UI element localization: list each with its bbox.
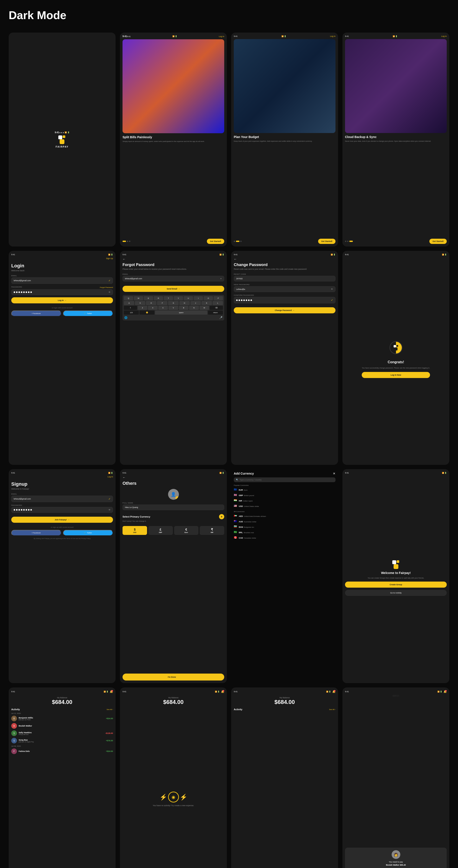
send-email-btn[interactable]: Send Email → <box>123 286 224 292</box>
all-currencies-title: All Currencies <box>234 510 335 513</box>
see-all-h1[interactable]: See All › <box>106 709 113 710</box>
done-btn[interactable]: I'm Done ✓ <box>123 674 224 681</box>
kb-z[interactable]: Z <box>138 306 148 310</box>
su-email-input[interactable]: lehieud@gmail.com ✓ <box>11 496 113 502</box>
login-link-ob3[interactable]: Log In <box>441 35 447 37</box>
kb-p[interactable]: P <box>214 296 223 300</box>
back-arrow-fp[interactable]: ← <box>123 257 224 261</box>
eye-icon-cp[interactable]: 👁 <box>331 288 333 290</box>
go-to-activity-btn[interactable]: Go to Activity <box>345 590 447 596</box>
kb-r[interactable]: R <box>154 296 163 300</box>
kb-backspace[interactable]: ⌫ <box>210 306 223 310</box>
su-password-input[interactable]: 👁 <box>11 507 113 513</box>
currency-search[interactable]: 🔍 Type a currency / country <box>234 477 335 482</box>
signup-link[interactable]: Sign Up <box>11 257 113 259</box>
kb-space[interactable]: space <box>155 311 207 315</box>
currency-item-all-aud[interactable]: 🇦🇺 AUD Australian dollar <box>234 519 335 523</box>
create-group-btn[interactable]: Create Group <box>345 582 447 588</box>
kb-w[interactable]: W <box>134 296 143 300</box>
kb-c[interactable]: C <box>158 306 168 310</box>
currency-item-popular-inr[interactable]: 🇮🇳 INR Indian rupee <box>234 498 335 502</box>
kb-j[interactable]: J <box>190 301 201 305</box>
su-facebook-btn[interactable]: f Facebook <box>11 530 61 536</box>
gbp-btn[interactable]: £ GBP <box>148 526 173 535</box>
full-name-input[interactable]: Hieu Le Quang <box>123 504 224 510</box>
kb-emoji[interactable]: 😊 <box>139 311 154 315</box>
eye-icon[interactable]: 👁 <box>108 291 110 293</box>
currency-item-all-brl[interactable]: 🇧🇷 BRL Brazilian real <box>234 530 335 534</box>
tx-name-2: Beulah Walker <box>19 725 111 727</box>
password-input[interactable]: 👁 <box>11 289 113 295</box>
kb-m[interactable]: M <box>199 306 209 310</box>
edit-badge[interactable]: ✏️ <box>175 496 179 500</box>
kb-e[interactable]: E <box>144 296 153 300</box>
mic-icon[interactable]: 🎤 <box>219 316 223 319</box>
facebook-btn[interactable]: f Facebook <box>11 311 61 316</box>
change-pw-btn[interactable]: Change Password → <box>234 307 335 313</box>
currency-item-popular-gbp[interactable]: 🇬🇧 GBP British pound <box>234 493 335 497</box>
back-arrow-cp[interactable]: ← <box>234 257 335 261</box>
twitter-btn[interactable]: 🐦 Twitter <box>63 311 113 316</box>
login-link-ob1[interactable]: Log In <box>219 35 224 37</box>
kb-h[interactable]: H <box>179 301 190 305</box>
kb-f[interactable]: F <box>157 301 167 305</box>
forgot-link[interactable]: Forgot Password <box>100 286 113 288</box>
flag-all-aed: 🇦🇪 <box>234 514 237 517</box>
su-twitter-btn[interactable]: 🐦 Twitter <box>63 530 113 536</box>
kb-q[interactable]: Q <box>124 296 133 300</box>
status-bar-splash: 9:41 ▲▲▲ 📶 🔋 <box>55 131 69 134</box>
kb-k[interactable]: K <box>201 301 212 305</box>
join-btn[interactable]: Join Fairpay! → <box>11 517 113 523</box>
currency-item-all-aed[interactable]: 🇦🇪 AED United Arab Emirates dirham <box>234 514 335 518</box>
kb-t[interactable]: T <box>164 296 173 300</box>
eye-icon-su[interactable]: 👁 <box>108 509 110 511</box>
status-icons-splash: ▲▲▲ 📶 🔋 <box>59 131 69 133</box>
get-started-btn-3[interactable]: Get Started! <box>429 239 447 244</box>
kb-l[interactable]: L <box>212 301 223 305</box>
status-bar-su: 9:41 📶 🔋 <box>11 472 113 474</box>
logo-sq-ys-w <box>397 560 399 563</box>
login-link-su[interactable]: Log In <box>11 476 113 478</box>
kb-shift[interactable]: ⇧ <box>124 306 137 310</box>
kb-n[interactable]: N <box>189 306 199 310</box>
search-placeholder: Type a currency / country <box>240 479 262 481</box>
kb-123[interactable]: 123 <box>124 311 139 315</box>
kb-a[interactable]: A <box>124 301 134 305</box>
email-input[interactable]: lehieud@gmail.com ✓ <box>11 277 113 284</box>
add-currency-btn[interactable]: + <box>219 514 224 519</box>
settle-avatar: 👩 <box>392 850 400 859</box>
see-all-h3[interactable]: See All › <box>329 709 335 710</box>
kb-o[interactable]: O <box>204 296 213 300</box>
login-btn[interactable]: Log In → <box>11 297 113 303</box>
bell-container-h3: 🔔 <box>332 690 335 693</box>
kb-g[interactable]: G <box>168 301 178 305</box>
currency-item-popular-usd[interactable]: 🇺🇸 USD United States dollar <box>234 504 335 508</box>
usd-btn[interactable]: $ USD <box>123 526 147 535</box>
inr-btn[interactable]: ₹ INR <box>200 526 224 535</box>
login-link-ob2[interactable]: Log In <box>330 35 335 37</box>
close-currency-btn[interactable]: ✕ <box>333 472 335 475</box>
globe-icon[interactable]: 🌐 <box>124 316 128 319</box>
currency-item-popular-eur[interactable]: 🇪🇺 EUR Euro <box>234 488 335 492</box>
kb-b[interactable]: B <box>179 306 189 310</box>
kb-v[interactable]: V <box>168 306 178 310</box>
kb-u[interactable]: U <box>184 296 193 300</box>
get-started-btn-2[interactable]: Get Started! <box>318 239 335 244</box>
kb-return[interactable]: return <box>208 311 223 315</box>
currency-item-all-cad[interactable]: 🇨🇦 CAD Canadian dollar <box>234 535 335 539</box>
get-started-btn-1[interactable]: Get Started! <box>207 239 224 244</box>
log-in-now-btn[interactable]: Log In Now <box>362 372 430 378</box>
time-splash: 9:41 <box>55 131 59 134</box>
currency-item-all-bgn[interactable]: 🇧🇬 BGN Bulgarian lev <box>234 525 335 529</box>
confirm-pw-input[interactable]: ✓ <box>234 297 335 303</box>
kb-x[interactable]: X <box>148 306 158 310</box>
kb-s[interactable]: S <box>135 301 145 305</box>
back-arrow-oth[interactable]: ← <box>123 476 224 479</box>
fp-email-input[interactable]: lehieud@gmail.com ▼ <box>123 276 224 281</box>
kb-i[interactable]: I <box>194 296 203 300</box>
kb-y[interactable]: Y <box>174 296 183 300</box>
kb-d[interactable]: D <box>146 301 156 305</box>
new-pw-input[interactable]: Lehieu@a 👁 <box>234 286 335 292</box>
reset-code-input[interactable]: 297932 <box>234 276 335 281</box>
eur-btn[interactable]: € Euro <box>174 526 199 535</box>
